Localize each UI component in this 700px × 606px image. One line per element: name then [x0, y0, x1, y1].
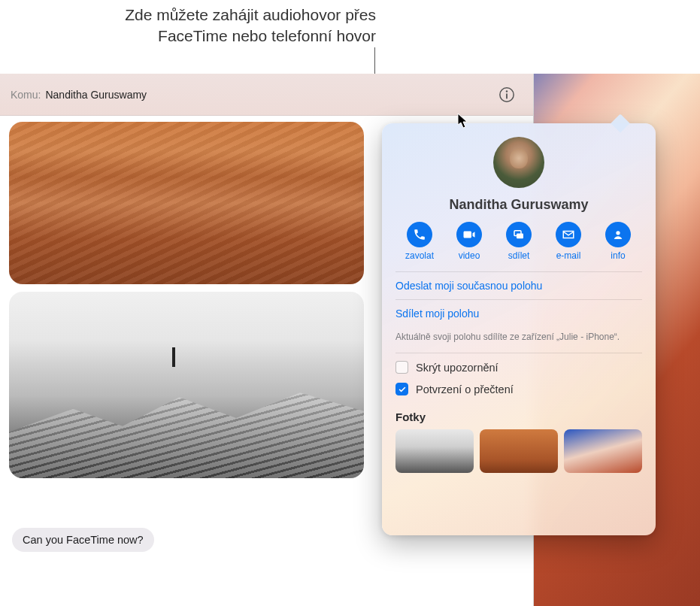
hide-alerts-checkbox[interactable] [395, 361, 408, 374]
details-popover: Nanditha Guruswamy zavolat video sdílet … [382, 123, 656, 535]
read-receipts-row[interactable]: Potvrzení o přečtení [395, 375, 642, 397]
hide-alerts-row[interactable]: Skrýt upozornění [395, 353, 642, 375]
share-screen-button[interactable]: sdílet [496, 222, 541, 261]
annotation-line1: Zde můžete zahájit audiohovor přes [45, 5, 376, 26]
send-current-location-link[interactable]: Odeslat moji současnou polohu [395, 271, 642, 299]
contact-actions-row: zavolat video sdílet e-mail info [395, 222, 642, 261]
mail-icon [562, 228, 575, 241]
call-label: zavolat [405, 250, 434, 261]
svg-point-5 [616, 231, 620, 235]
read-receipts-checkbox[interactable] [395, 383, 408, 395]
hide-alerts-label: Skrýt upozornění [416, 362, 498, 374]
photos-section-title: Fotky [395, 411, 642, 423]
photo-thumb-1[interactable] [395, 429, 474, 473]
image-message-2[interactable] [9, 292, 364, 478]
svg-rect-4 [517, 234, 523, 239]
video-label: video [459, 250, 480, 261]
checkmark-icon [398, 385, 407, 394]
info-icon [498, 86, 515, 103]
svg-point-1 [506, 90, 508, 92]
contact-avatar[interactable] [493, 137, 544, 188]
read-receipts-label: Potvrzení o přečtení [416, 383, 514, 395]
recipient-name: Nanditha Guruswamy [45, 89, 147, 101]
share-my-location-link[interactable]: Sdílet moji polohu [395, 299, 642, 327]
incoming-message-bubble[interactable]: Can you FaceTime now? [12, 528, 154, 552]
annotation-line2: FaceTime nebo telefonní hovor [45, 26, 376, 47]
photos-thumbnails [395, 429, 642, 473]
share-screen-icon [512, 228, 526, 241]
email-label: e-mail [556, 250, 581, 261]
location-sharing-note: Aktuálně svoji polohu sdílíte ze zařízen… [395, 327, 642, 353]
avatar-container [395, 137, 642, 191]
contact-info-button[interactable]: info [595, 222, 641, 261]
video-button[interactable]: video [447, 222, 492, 261]
call-button[interactable]: zavolat [397, 222, 442, 261]
share-label: sdílet [508, 250, 530, 261]
phone-icon [413, 228, 426, 241]
info-label: info [611, 250, 625, 261]
to-label: Komu: [11, 89, 41, 101]
person-icon [611, 228, 625, 241]
image-message-1[interactable] [9, 122, 364, 284]
photo-thumb-3[interactable] [564, 429, 642, 473]
svg-rect-2 [506, 93, 508, 98]
video-icon [462, 228, 476, 241]
messages-titlebar: Komu: Nanditha Guruswamy [0, 74, 533, 116]
contact-name: Nanditha Guruswamy [395, 197, 642, 213]
photo-thumb-2[interactable] [480, 429, 558, 473]
details-info-button[interactable] [498, 86, 515, 103]
email-button[interactable]: e-mail [546, 222, 591, 261]
annotation-callout: Zde můžete zahájit audiohovor přes FaceT… [45, 5, 376, 47]
